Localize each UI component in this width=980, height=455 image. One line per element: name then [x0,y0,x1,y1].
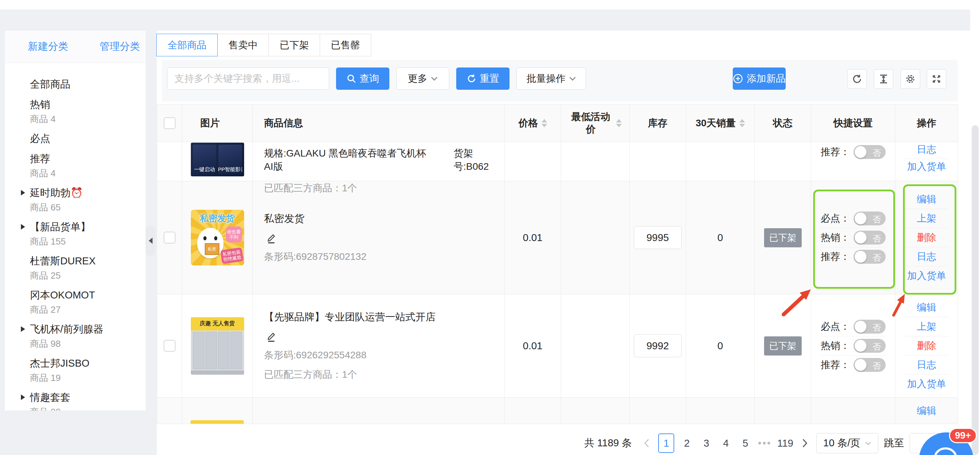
status-badge: 已下架 [764,228,802,247]
must-toggle[interactable]: 否 [854,320,886,334]
reset-button[interactable]: 重置 [456,68,509,90]
header-status: 状态 [773,117,793,130]
header-sales30[interactable]: 30天销量 [686,105,755,141]
expand-arrow-icon[interactable] [21,190,25,195]
log-link[interactable]: 日志 [917,355,937,374]
on-shelf-link[interactable]: 上架 [917,317,937,336]
sidebar-item-recommend[interactable]: 推荐 商品 4 [30,153,146,178]
sidebar-item-newlist[interactable]: 【新品货单】 商品 155 [30,221,146,247]
manage-category-link[interactable]: 管理分类 [100,40,140,54]
edit-title-icon[interactable] [266,232,277,244]
category-label: 杰士邦JISBO [30,357,146,369]
edit-link[interactable]: 编辑 [917,190,937,209]
hot-toggle[interactable]: 否 [854,231,886,244]
sidebar-item-hot[interactable]: 热销 商品 4 [30,98,146,124]
log-link[interactable]: 日志 [917,247,937,266]
category-label: 情趣套套 [30,392,146,403]
product-image[interactable] [191,420,244,424]
stock-input[interactable]: 9995 [634,226,681,249]
edit-link[interactable]: 编辑 [917,298,937,317]
sort-icons[interactable] [616,119,622,127]
page-2[interactable]: 2 [680,433,694,453]
sidebar-collapse-handle[interactable] [146,225,155,256]
must-toggle[interactable]: 否 [854,211,886,225]
tab-on-sale[interactable]: 售卖中 [217,34,269,56]
sidebar-item-all[interactable]: 全部商品 [30,78,146,90]
stock-input[interactable]: 9992 [634,334,681,357]
query-button[interactable]: 查询 [336,68,389,90]
select-all-checkbox[interactable] [164,117,175,129]
edit-link[interactable]: 编辑 [917,401,937,420]
tab-sold-out[interactable]: 已售罄 [320,34,371,56]
row-height-button[interactable] [874,69,893,89]
sort-icons[interactable] [739,119,745,127]
category-sidebar: 新建分类 管理分类 全部商品 热销 商品 4 必点 推荐 商品 4 延时助勃⏰ … [5,31,146,411]
product-panel: 全部商品 售卖中 已下架 已售罄 查询 更多 重置 批量操作 添加新品 [157,31,970,455]
page-scrollbar[interactable] [970,10,980,455]
expand-arrow-icon[interactable] [21,326,25,332]
page-last[interactable]: 119 [777,433,793,453]
add-product-button[interactable]: 添加新品 [733,68,786,90]
sidebar-item-durex[interactable]: 杜蕾斯DUREX 商品 25 [30,255,146,281]
image-banner: 庆趣 无人售货 [191,317,244,330]
page-3[interactable]: 3 [699,433,713,453]
sidebar-item-jisbo[interactable]: 杰士邦JISBO 商品 19 [30,357,146,383]
header-min-price[interactable]: 最低活动价 [561,105,630,141]
product-image[interactable]: 一键启动 APP智能影音 [191,143,244,176]
add-label: 添加新品 [747,72,786,85]
add-to-list-link[interactable]: 加入货单 [907,266,946,285]
scrollbar-thumb[interactable] [972,125,978,455]
chevron-down-icon [569,76,576,81]
refresh-button[interactable] [847,69,867,89]
category-label: 【新品货单】 [30,221,146,233]
product-image[interactable]: 庆趣 无人售货 [191,317,244,375]
select-checkbox[interactable] [164,340,175,352]
search-input[interactable] [167,68,329,90]
sidebar-item-okomot[interactable]: 冈本OKOMOT 商品 27 [30,289,146,315]
edit-title-icon[interactable] [266,330,277,342]
sidebar-item-cup[interactable]: 飞机杯/前列腺器 商品 98 [30,323,146,349]
add-to-list-link[interactable]: 加入货单 [907,159,946,176]
hot-toggle[interactable]: 否 [854,339,886,353]
settings-button[interactable] [900,69,920,89]
new-category-link[interactable]: 新建分类 [28,40,68,54]
expand-arrow-icon[interactable] [21,224,25,230]
delete-link[interactable]: 删除 [917,336,937,355]
header-price[interactable]: 价格 [504,105,561,141]
reset-icon [467,74,476,84]
page-1[interactable]: 1 [658,433,674,453]
page-4[interactable]: 4 [719,433,733,453]
fullscreen-button[interactable] [927,69,946,89]
tab-off-shelf[interactable]: 已下架 [269,34,320,56]
page-5[interactable]: 5 [738,433,752,453]
sidebar-item-must[interactable]: 必点 [30,133,146,144]
sidebar-item-condom[interactable]: 情趣套套 商品 99 [30,392,146,411]
page-ellipsis[interactable]: ••• [758,438,772,449]
plus-circle-icon [733,73,743,84]
category-label: 冈本OKOMOT [30,289,146,301]
recommend-toggle[interactable]: 否 [854,358,886,372]
more-button[interactable]: 更多 [396,68,449,90]
page-size-select[interactable]: 10 条/页 [816,433,878,453]
sort-icons[interactable] [541,119,547,127]
table-header-row: 图片 商品信息 价格 最低活动价 库存 30天销量 状态 快捷设置 操作 [157,105,958,142]
add-to-list-link[interactable]: 加入货单 [907,375,946,393]
log-link[interactable]: 日志 [917,142,937,159]
prev-page-button[interactable] [641,433,653,453]
expand-arrow-icon[interactable] [21,395,25,400]
product-image[interactable]: 私密发货 私密 啥也看不到 私密包装 拒绝尴尬 [191,210,244,265]
sidebar-item-delay[interactable]: 延时助勃⏰ 商品 65 [30,187,146,212]
next-page-button[interactable] [799,433,811,453]
on-shelf-link[interactable]: 上架 [917,209,937,228]
sales30-value: 0 [718,340,723,352]
recommend-toggle[interactable]: 否 [854,145,886,159]
search-icon [347,74,356,84]
delete-link[interactable]: 删除 [917,228,937,247]
select-checkbox[interactable] [164,231,175,244]
tab-all-products[interactable]: 全部商品 [156,34,218,56]
recommend-toggle[interactable]: 否 [854,250,886,264]
status-badge: 已下架 [764,336,802,355]
batch-operations-button[interactable]: 批量操作 [517,68,586,90]
category-count: 商品 155 [30,236,146,247]
toggle-value: 否 [873,252,881,263]
